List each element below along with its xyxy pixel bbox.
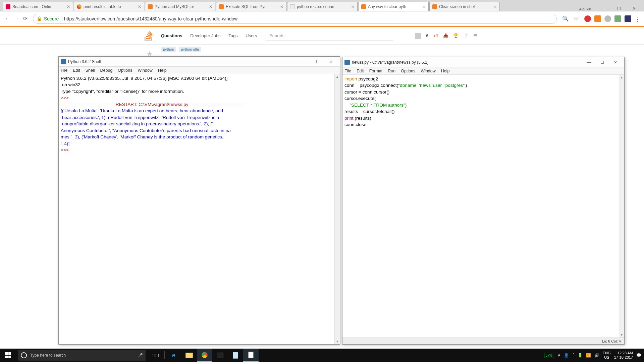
python-shell-window: Python 3.6.2 Shell — ☐ ✕ File Edit Shell… bbox=[58, 56, 340, 345]
menu-options[interactable]: Options bbox=[118, 68, 132, 73]
chrome-window-controls: — ☐ ✕ bbox=[597, 6, 641, 11]
help-icon[interactable]: ❔ bbox=[463, 33, 469, 38]
menu-window[interactable]: Window bbox=[421, 69, 435, 73]
svg-rect-2 bbox=[5, 356, 8, 358]
maximize-icon[interactable]: ☐ bbox=[612, 6, 627, 11]
forward-button[interactable]: → bbox=[12, 14, 21, 23]
wifi-icon[interactable]: 📶 bbox=[586, 353, 591, 358]
question-tags: python python-idle bbox=[0, 45, 644, 53]
scrollbar[interactable] bbox=[619, 75, 624, 338]
achievements-icon[interactable]: 🏆 bbox=[453, 33, 459, 38]
people-icon[interactable]: 👤 bbox=[564, 353, 569, 358]
search-input[interactable]: Search... bbox=[266, 31, 393, 41]
tab-python-recipe[interactable]: python recipe: conne ✕ bbox=[287, 2, 358, 11]
idle-editor-window: newss.py - C:\VM\vagrant\newss.py (3.6.2… bbox=[342, 57, 625, 345]
editor-code[interactable]: import psycopg2 conn = psycopg2.connect(… bbox=[342, 75, 624, 338]
menu-help[interactable]: Help bbox=[158, 68, 167, 73]
site-switcher-icon[interactable]: ☰ bbox=[473, 33, 477, 38]
close-icon[interactable]: ✕ bbox=[493, 4, 497, 9]
close-icon[interactable]: ✕ bbox=[609, 60, 622, 65]
close-icon[interactable]: ✕ bbox=[67, 4, 70, 9]
tab-title: Any way to clear pyth bbox=[368, 4, 406, 9]
explorer-icon[interactable] bbox=[181, 349, 197, 362]
close-icon[interactable]: ✕ bbox=[209, 4, 212, 9]
nav-tags[interactable]: Tags bbox=[228, 33, 237, 38]
scrollbar[interactable] bbox=[334, 74, 340, 344]
menu-edit[interactable]: Edit bbox=[357, 69, 364, 73]
chrome-icon[interactable] bbox=[197, 349, 212, 362]
ext-icon[interactable] bbox=[584, 15, 591, 22]
menu-file[interactable]: File bbox=[344, 69, 351, 73]
ext-icon[interactable] bbox=[604, 15, 611, 22]
notepad-icon[interactable] bbox=[228, 349, 243, 362]
tab-execute-sql[interactable]: Execute SQL from Pyt ✕ bbox=[216, 2, 286, 11]
minimize-icon[interactable]: — bbox=[597, 6, 612, 11]
tag-python[interactable]: python bbox=[161, 47, 176, 52]
menu-options[interactable]: Options bbox=[401, 69, 415, 73]
tab-python-mysql[interactable]: Python and MySQL pr ✕ bbox=[145, 2, 215, 11]
start-button[interactable] bbox=[0, 349, 16, 362]
tag-python-idle[interactable]: python-idle bbox=[179, 47, 201, 52]
chevron-up-icon[interactable]: ˄ bbox=[572, 353, 574, 358]
back-button[interactable]: ← bbox=[3, 14, 12, 23]
menu-shell[interactable]: Shell bbox=[86, 68, 95, 73]
so-logo-icon[interactable] bbox=[144, 31, 153, 41]
close-icon[interactable]: ✕ bbox=[280, 4, 283, 9]
menu-edit[interactable]: Edit bbox=[73, 68, 80, 73]
minimize-icon[interactable]: — bbox=[298, 59, 311, 64]
avatar[interactable] bbox=[415, 33, 421, 39]
tray-icon[interactable]: ⚲ bbox=[557, 353, 560, 358]
nav-questions[interactable]: Questions bbox=[161, 33, 182, 38]
address-bar[interactable]: 🔒 Secure | https://stackoverflow.com/que… bbox=[33, 14, 557, 24]
ext-icon[interactable] bbox=[614, 15, 621, 22]
tab-snapdeal[interactable]: Snapdeal.com - Onlin ✕ bbox=[3, 2, 73, 11]
close-icon[interactable]: ✕ bbox=[324, 59, 338, 64]
menu-help[interactable]: Help bbox=[441, 69, 450, 73]
close-icon[interactable]: ✕ bbox=[627, 6, 641, 11]
favicon-icon bbox=[219, 4, 224, 9]
idle-icon[interactable] bbox=[243, 349, 259, 362]
edge-icon[interactable]: e bbox=[166, 349, 181, 362]
tab-google-print[interactable]: print result in table fo ✕ bbox=[74, 2, 144, 11]
tab-title: python recipe: conne bbox=[297, 4, 334, 9]
shell-output[interactable]: Python 3.6.2 (v3.6.2:5fd33b5, Jul 8 2017… bbox=[59, 74, 340, 344]
minimize-icon[interactable]: — bbox=[582, 60, 595, 65]
close-icon[interactable]: ✕ bbox=[351, 4, 355, 9]
cmd-icon[interactable] bbox=[212, 349, 228, 362]
clock[interactable]: 12:23 AM17-10-2017 bbox=[614, 351, 633, 360]
power-icon[interactable]: 🔋 bbox=[578, 353, 583, 358]
menu-run[interactable]: Run bbox=[388, 69, 395, 73]
ext-icon[interactable] bbox=[594, 15, 601, 22]
menu-format[interactable]: Format bbox=[369, 69, 383, 73]
mic-icon[interactable]: 🎤 bbox=[138, 353, 143, 358]
tab-title: Snapdeal.com - Onlin bbox=[12, 4, 51, 9]
menu-window[interactable]: Window bbox=[138, 68, 152, 73]
battery-indicator[interactable]: 57% bbox=[544, 353, 554, 358]
taskview-icon[interactable]: ▢▢ bbox=[148, 349, 163, 362]
zoom-icon[interactable]: 🔍 bbox=[562, 15, 569, 22]
chrome-toolbar: ← → ⟳ 🔒 Secure | https://stackoverflow.c… bbox=[0, 11, 644, 26]
tab-clear-screen[interactable]: Clear screen in shell - ✕ bbox=[429, 2, 500, 11]
close-icon[interactable]: ✕ bbox=[138, 4, 141, 9]
chrome-user-label[interactable]: Aloukik bbox=[573, 7, 597, 11]
notifications-icon[interactable]: 💬 bbox=[636, 353, 641, 358]
reload-button[interactable]: ⟳ bbox=[21, 14, 30, 23]
menu-icon[interactable]: ⋮ bbox=[635, 15, 641, 22]
language-indicator[interactable]: ENGUS bbox=[603, 351, 611, 360]
maximize-icon[interactable]: ☐ bbox=[311, 59, 324, 64]
shell-titlebar[interactable]: Python 3.6.2 Shell — ☐ ✕ bbox=[59, 57, 340, 67]
close-icon[interactable]: ✕ bbox=[422, 4, 426, 9]
menu-file[interactable]: File bbox=[61, 68, 67, 73]
volume-icon[interactable]: 🔊 bbox=[594, 353, 599, 358]
star-icon[interactable]: ☆ bbox=[574, 15, 578, 22]
nav-jobs[interactable]: Developer Jobs bbox=[190, 33, 220, 38]
so-nav: Questions Developer Jobs Tags Users bbox=[158, 33, 260, 38]
editor-titlebar[interactable]: newss.py - C:\VM\vagrant\newss.py (3.6.2… bbox=[342, 57, 624, 67]
ext-icon[interactable] bbox=[625, 15, 631, 22]
cortana-search[interactable]: Type here to search 🎤 bbox=[18, 350, 146, 361]
menu-debug[interactable]: Debug bbox=[100, 68, 113, 73]
maximize-icon[interactable]: ☐ bbox=[595, 60, 609, 65]
inbox-icon[interactable]: 📥 bbox=[443, 33, 448, 38]
tab-idle-clear[interactable]: Any way to clear pyth ✕ bbox=[358, 2, 429, 11]
nav-users[interactable]: Users bbox=[246, 33, 257, 38]
